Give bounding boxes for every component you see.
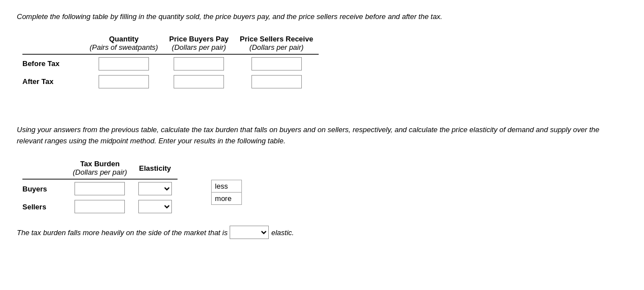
less-option[interactable]: less	[212, 180, 241, 193]
less-more-selector: less more	[211, 180, 242, 205]
sellers-elasticity-select[interactable]: less more inelastic	[138, 200, 172, 213]
before-tax-quantity-input[interactable]	[99, 57, 149, 71]
more-option[interactable]: more	[212, 193, 241, 204]
bottom-elasticity-select[interactable]: less more inelastic	[230, 226, 269, 239]
before-tax-label: Before Tax	[22, 54, 84, 73]
col-header-tax-burden: Tax Burden (Dollars per pair)	[67, 157, 133, 179]
before-tax-price-buyers-input[interactable]	[174, 57, 224, 71]
before-tax-price-sellers-input[interactable]	[251, 57, 302, 71]
sellers-tax-burden-input[interactable]	[74, 200, 125, 213]
instructions-2: Using your answers from the previous tab…	[17, 124, 627, 148]
bottom-sentence: The tax burden falls more heavily on the…	[17, 226, 627, 239]
bottom-sentence-part1: The tax burden falls more heavily on the…	[17, 228, 227, 237]
after-tax-price-buyers-input[interactable]	[174, 75, 224, 88]
buyers-label: Buyers	[22, 179, 67, 198]
col-header-elasticity: Elasticity	[133, 157, 178, 179]
instructions-1: Complete the following table by filling …	[17, 11, 627, 22]
after-tax-price-sellers-input[interactable]	[251, 75, 302, 88]
sellers-label: Sellers	[22, 198, 67, 216]
col-header-price-sellers: Price Sellers Receive (Dollars per pair)	[234, 32, 319, 54]
col-header-price-buyers: Price Buyers Pay (Dollars per pair)	[164, 32, 234, 54]
bottom-sentence-part2: elastic.	[271, 228, 293, 237]
after-tax-label: After Tax	[22, 73, 84, 91]
col-header-quantity: Quantity (Pairs of sweatpants)	[84, 32, 164, 54]
buyers-tax-burden-input[interactable]	[74, 182, 125, 195]
buyers-elasticity-select[interactable]: less more inelastic	[138, 182, 172, 195]
after-tax-quantity-input[interactable]	[99, 75, 149, 88]
